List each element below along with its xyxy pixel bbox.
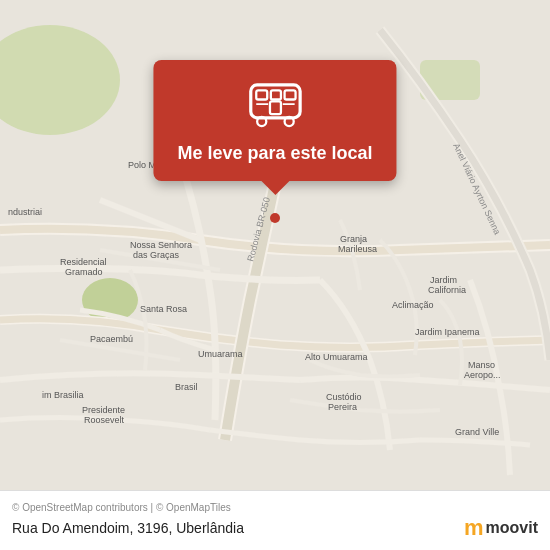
svg-text:Pacaembú: Pacaembú: [90, 334, 133, 344]
svg-text:Nossa Senhora: Nossa Senhora: [130, 240, 192, 250]
svg-text:Jardim: Jardim: [430, 275, 457, 285]
svg-rect-35: [284, 90, 295, 99]
popup-text: Me leve para este local: [177, 142, 372, 165]
svg-text:Manso: Manso: [468, 360, 495, 370]
svg-rect-33: [256, 90, 267, 99]
svg-text:Pereira: Pereira: [328, 402, 357, 412]
svg-point-31: [270, 213, 280, 223]
address-row: Rua Do Amendoim, 3196, Uberlândia m moov…: [12, 515, 538, 541]
svg-text:California: California: [428, 285, 466, 295]
svg-text:Umuarama: Umuarama: [198, 349, 243, 359]
bottom-bar: © OpenStreetMap contributors | © OpenMap…: [0, 490, 550, 550]
svg-text:Jardim Ipanema: Jardim Ipanema: [415, 327, 480, 337]
map-container[interactable]: Rodovia BR-050 Anel Viário Ayrton Senna …: [0, 0, 550, 490]
svg-text:Gramado: Gramado: [65, 267, 103, 277]
moovit-m-letter: m: [464, 515, 484, 541]
popup-card[interactable]: Me leve para este local: [153, 60, 396, 181]
bus-icon: [243, 78, 307, 132]
svg-rect-34: [270, 90, 280, 99]
moovit-name: moovit: [486, 519, 538, 537]
svg-text:Grand Ville: Grand Ville: [455, 427, 499, 437]
moovit-logo: m moovit: [464, 515, 538, 541]
svg-text:das Graças: das Graças: [133, 250, 180, 260]
svg-text:Aeropo...: Aeropo...: [464, 370, 501, 380]
svg-text:Brasil: Brasil: [175, 382, 198, 392]
svg-text:ndustriai: ndustriai: [8, 207, 42, 217]
svg-text:Aclimação: Aclimação: [392, 300, 434, 310]
svg-text:im Brasilia: im Brasilia: [42, 390, 84, 400]
svg-text:Custódio: Custódio: [326, 392, 362, 402]
svg-text:Alto Umuarama: Alto Umuarama: [305, 352, 368, 362]
attribution-text: © OpenStreetMap contributors | © OpenMap…: [12, 502, 538, 513]
svg-text:Roosevelt: Roosevelt: [84, 415, 125, 425]
svg-text:Presidente: Presidente: [82, 405, 125, 415]
svg-rect-36: [270, 101, 281, 114]
svg-text:Residencial: Residencial: [60, 257, 107, 267]
svg-text:Granja: Granja: [340, 234, 367, 244]
address-text: Rua Do Amendoim, 3196, Uberlândia: [12, 520, 244, 536]
svg-text:Marileusa: Marileusa: [338, 244, 377, 254]
svg-text:Santa Rosa: Santa Rosa: [140, 304, 187, 314]
